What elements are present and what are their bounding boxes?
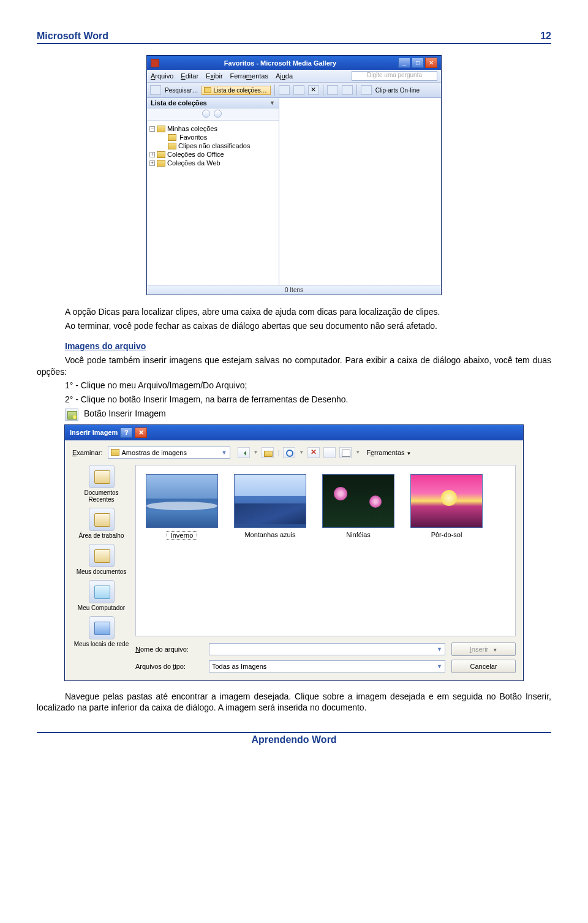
place-network[interactable]: Meus locais de rede xyxy=(72,616,130,647)
close-button[interactable]: ✕ xyxy=(135,428,147,438)
search-icon[interactable] xyxy=(150,85,161,95)
side-panel-nav xyxy=(147,108,279,121)
heading-imagens-arquivo: Imagens do arquivo xyxy=(37,341,551,352)
menu-ferramentas[interactable]: Ferramentas xyxy=(230,72,268,80)
tipo-dropdown[interactable]: Todas as Imagens▼ xyxy=(209,660,445,672)
list-item-1: 1° - Clique no meu Arquivo/Imagem/Do Arq… xyxy=(65,380,551,391)
examinar-dropdown[interactable]: Amostras de imagens ▼ xyxy=(108,446,230,459)
tree-colecoes-office[interactable]: +Coleções do Office xyxy=(149,150,276,159)
lookIn-bar: Examinar: Amostras de imagens ▼ ▼ | ▼ xyxy=(72,446,516,459)
botao-inserir-imagem-label: Botão Inserir Imagem xyxy=(65,408,551,420)
tree-favoritos[interactable]: Favoritos xyxy=(149,133,276,141)
nome-label: Nome do arquivo: xyxy=(135,646,203,653)
delete-icon[interactable]: ✕ xyxy=(308,85,319,95)
place-recent[interactable]: Documentos Recentes xyxy=(72,465,130,503)
cancelar-button[interactable]: Cancelar xyxy=(451,660,516,673)
app-icon xyxy=(151,59,159,67)
document-body: A opção Dicas para localizar clipes, abr… xyxy=(37,306,551,421)
close-button[interactable]: ✕ xyxy=(425,58,437,68)
nav-toolbar: ▼ | ▼ ▼ Ferramentas ▼ xyxy=(238,447,412,458)
thumb-montanhas[interactable]: Montanhas azuis xyxy=(234,474,306,538)
menubar: Arquivo Editar Exibir Ferramentas Ajuda … xyxy=(147,70,441,83)
maximize-button[interactable]: □ xyxy=(412,58,424,68)
menu-arquivo[interactable]: Arquivo xyxy=(151,72,173,80)
globe-icon[interactable] xyxy=(361,85,372,95)
toolbar-pesquisar[interactable]: Pesquisar… xyxy=(165,87,198,94)
ask-question-input[interactable]: Digite uma pergunta xyxy=(352,71,437,81)
list-item-2: 2° - Clique no botão Inserir Imagem, na … xyxy=(65,394,551,405)
paragraph-terminar: Ao terminar, você pode fechar as caixas … xyxy=(37,320,551,332)
back-icon[interactable] xyxy=(238,447,250,458)
toolbar-lista-colecoes[interactable]: Lista de coleções… xyxy=(202,86,270,95)
tree-clipes-nao-class[interactable]: Clipes não classificados xyxy=(149,141,276,150)
menu-ajuda[interactable]: Ajuda xyxy=(276,72,293,80)
thumb-ninfeias[interactable]: Ninféias xyxy=(322,474,394,538)
dialog-titlebar[interactable]: Inserir Imagem ? ✕ xyxy=(65,425,523,440)
place-mycomputer[interactable]: Meu Computador xyxy=(72,580,130,611)
titlebar[interactable]: Favoritos - Microsoft Media Gallery _ □ … xyxy=(147,56,441,70)
examinar-label: Examinar: xyxy=(72,449,103,456)
thumb-image xyxy=(234,474,306,528)
nav-fwd-icon[interactable] xyxy=(214,110,222,118)
tipo-label: Arquivos do tipo: xyxy=(135,663,203,670)
footer-title: Aprendendo Word xyxy=(251,734,336,745)
minimize-button[interactable]: _ xyxy=(398,58,410,68)
search-web-icon[interactable] xyxy=(283,447,295,458)
thumb-image xyxy=(322,474,394,528)
thumb-inverno[interactable]: Inverno xyxy=(146,474,218,540)
delete-icon[interactable] xyxy=(307,447,320,458)
place-desktop[interactable]: Área de trabalho xyxy=(72,508,130,539)
paragraph-inserir-imagens: Você pode também inserir imagens que est… xyxy=(37,355,551,378)
list-icon[interactable] xyxy=(327,85,338,95)
paragraph-dicas: A opção Dicas para localizar clipes, abr… xyxy=(37,306,551,318)
nome-input[interactable]: ▼ xyxy=(209,643,445,655)
insert-image-icon xyxy=(65,409,78,421)
insert-image-dialog: Inserir Imagem ? ✕ Examinar: Amostras de… xyxy=(64,424,524,681)
side-panel: Lista de coleções▼ −Minhas coleções Favo… xyxy=(147,98,279,285)
up-folder-icon[interactable] xyxy=(262,447,274,458)
toolbar-cliparts[interactable]: Clip-arts On-line xyxy=(375,87,420,94)
field-grid: Nome do arquivo: ▼ Inserir ▼ Arquivos do… xyxy=(135,642,516,673)
new-folder-icon[interactable] xyxy=(323,447,336,458)
menu-editar[interactable]: Editar xyxy=(181,72,198,80)
page-footer: Aprendendo Word xyxy=(37,732,551,745)
details-icon[interactable] xyxy=(342,85,353,95)
side-panel-title[interactable]: Lista de coleções▼ xyxy=(147,98,279,108)
nav-back-icon[interactable] xyxy=(202,110,210,118)
header-title: Microsoft Word xyxy=(37,31,108,42)
media-gallery-window: Favoritos - Microsoft Media Gallery _ □ … xyxy=(146,55,442,295)
thumb-image xyxy=(146,474,218,528)
collection-tree: −Minhas coleções Favoritos Clipes não cl… xyxy=(147,121,279,171)
inserir-button[interactable]: Inserir ▼ xyxy=(451,642,516,656)
paste-icon[interactable] xyxy=(279,85,290,95)
dialog-title: Inserir Imagem xyxy=(70,429,118,436)
folder-icon xyxy=(111,449,119,456)
gallery-main-area xyxy=(279,98,441,285)
help-button[interactable]: ? xyxy=(120,428,132,438)
page-header: Microsoft Word 12 xyxy=(37,31,551,44)
tree-colecoes-web[interactable]: +Coleções da Web xyxy=(149,159,276,167)
paragraph-navegue: Navegue pelas pastas até encontrar a ima… xyxy=(37,691,551,714)
views-icon[interactable] xyxy=(339,447,352,458)
places-bar: Documentos Recentes Área de trabalho Meu… xyxy=(72,465,130,673)
toolbar: Pesquisar… Lista de coleções… ✕ Clip-art… xyxy=(147,83,441,98)
document-body-2: Navegue pelas pastas até encontrar a ima… xyxy=(37,691,551,714)
thumb-por-do-sol[interactable]: Pôr-do-sol xyxy=(410,474,483,538)
copy-icon[interactable] xyxy=(293,85,304,95)
statusbar: 0 Itens xyxy=(147,285,441,295)
thumb-image xyxy=(410,474,483,528)
thumbnail-area: Inverno Montanhas azuis Ninféias Pô xyxy=(135,465,516,636)
page-number: 12 xyxy=(540,31,551,42)
menu-exibir[interactable]: Exibir xyxy=(206,72,223,80)
chevron-down-icon: ▼ xyxy=(222,450,227,456)
tree-minhas-colecoes[interactable]: −Minhas coleções xyxy=(149,124,276,133)
place-mydocs[interactable]: Meus documentos xyxy=(72,544,130,575)
ferramentas-menu[interactable]: Ferramentas ▼ xyxy=(366,449,411,456)
window-title: Favoritos - Microsoft Media Gallery xyxy=(162,59,398,67)
